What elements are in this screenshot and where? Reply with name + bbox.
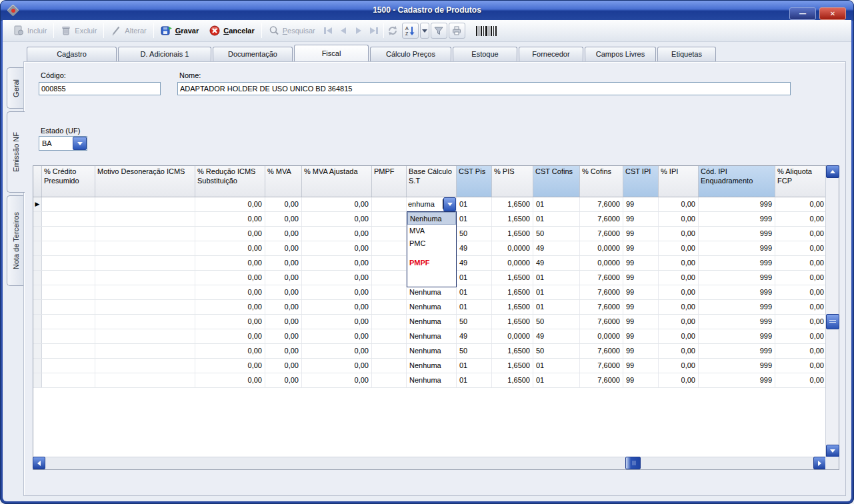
column-header-pmpf[interactable]: PMPF — [372, 166, 407, 197]
grid-cell-mva_ajustada[interactable]: 0,00 — [302, 227, 372, 241]
grid-cell-cod_ipi[interactable]: 999 — [699, 197, 775, 211]
grid-cell-mva[interactable]: 0,00 — [265, 373, 302, 387]
grid-cell-mva_ajustada[interactable]: 0,00 — [302, 315, 372, 329]
grid-cell-ipi[interactable]: 0,00 — [659, 271, 699, 285]
grid-cell-cofins[interactable]: 7,6000 — [580, 300, 623, 314]
grid-cell-pmpf[interactable] — [372, 359, 407, 373]
grid-cell-mva_ajustada[interactable]: 0,00 — [302, 197, 372, 211]
grid-cell-motivo[interactable] — [95, 344, 195, 358]
grid-cell-cst_cofins[interactable]: 01 — [533, 212, 580, 226]
grid-cell-mva[interactable]: 0,00 — [265, 300, 302, 314]
column-header-reducao[interactable]: % Redução ICMS Substituição — [195, 166, 265, 197]
grid-cell-base_calculo[interactable]: Nenhuma — [407, 300, 457, 314]
grid-cell-cst_ipi[interactable]: 99 — [623, 300, 659, 314]
grid-cell-pmpf[interactable] — [372, 315, 407, 329]
table-row[interactable]: 0,000,000,00Nenhuma011,6500017,6000990,0… — [33, 359, 825, 373]
scroll-left-button[interactable] — [33, 457, 45, 469]
grid-cell-pmpf[interactable] — [372, 300, 407, 314]
grid-cell-cst_ipi[interactable]: 99 — [623, 212, 659, 226]
grid-cell-pis[interactable]: 1,6500 — [492, 344, 533, 358]
grid-cell-cst_ipi[interactable]: 99 — [623, 285, 659, 299]
grid-cell-ipi[interactable]: 0,00 — [659, 256, 699, 270]
table-row[interactable]: 0,000,000,00Nenhuma490,0000490,0000990,0… — [33, 329, 825, 344]
grid-cell-base_calculo[interactable]: Nenhuma — [407, 373, 457, 387]
grid-cell-pmpf[interactable] — [372, 241, 407, 255]
sort-options-button[interactable] — [420, 23, 429, 39]
grid-cell-cst_pis[interactable]: 50 — [457, 227, 492, 241]
grid-cell-credito[interactable] — [42, 197, 95, 211]
grid-cell-mva[interactable]: 0,00 — [265, 315, 302, 329]
cancelar-button[interactable]: Cancelar — [204, 22, 259, 39]
dropdown-option[interactable]: PMC — [407, 237, 456, 250]
sort-button[interactable]: AZ — [402, 23, 419, 39]
grid-cell-cofins[interactable]: 7,6000 — [580, 227, 623, 241]
grid-cell-cofins[interactable]: 7,6000 — [580, 271, 623, 285]
tab-calculo-precos[interactable]: Cálculo Preços — [370, 47, 451, 61]
grid-cell-cst_ipi[interactable]: 99 — [623, 271, 659, 285]
table-row[interactable]: 0,000,000,00Nenhuma501,6500507,6000990,0… — [33, 315, 825, 329]
next-record-button[interactable] — [351, 23, 367, 39]
grid-cell-cst_pis[interactable]: 50 — [457, 315, 492, 329]
minimize-button[interactable]: — — [789, 7, 816, 20]
tab-fiscal[interactable]: Fiscal — [294, 45, 369, 62]
grid-cell-mva[interactable]: 0,00 — [265, 197, 302, 211]
nome-input[interactable]: ADAPTADOR HOLDER DE USO UNICO BD 364815 — [177, 82, 791, 95]
grid-cell-ipi[interactable]: 0,00 — [659, 227, 699, 241]
grid-cell-cst_ipi[interactable]: 99 — [623, 227, 659, 241]
grid-cell-reducao[interactable]: 0,00 — [195, 359, 265, 373]
grid-cell-mva_ajustada[interactable]: 0,00 — [302, 300, 372, 314]
grid-cell-credito[interactable] — [42, 344, 95, 358]
incluir-button[interactable]: Incluir — [8, 22, 52, 39]
grid-cell-fcp[interactable]: 0,00 — [775, 344, 825, 358]
grid-cell-cod_ipi[interactable]: 999 — [699, 329, 775, 343]
tab-estoque[interactable]: Estoque — [453, 47, 517, 61]
grid-cell-cst_cofins[interactable]: 49 — [533, 329, 580, 343]
current-row-marker[interactable]: ▶ — [33, 197, 42, 211]
grid-cell-cod_ipi[interactable]: 999 — [699, 344, 775, 358]
grid-cell-mva[interactable]: 0,00 — [265, 227, 302, 241]
grid-cell-cst_ipi[interactable]: 99 — [623, 344, 659, 358]
grid-cell-fcp[interactable]: 0,00 — [775, 329, 825, 343]
grid-cell-cst_pis[interactable]: 01 — [457, 197, 492, 211]
row-selector[interactable] — [33, 271, 42, 285]
grid-cell-ipi[interactable]: 0,00 — [659, 285, 699, 299]
grid-cell-cod_ipi[interactable]: 999 — [699, 227, 775, 241]
grid-cell-cod_ipi[interactable]: 999 — [699, 241, 775, 255]
grid-cell-cod_ipi[interactable]: 999 — [699, 256, 775, 270]
grid-cell-cst_cofins[interactable]: 49 — [533, 241, 580, 255]
grid-cell-pmpf[interactable] — [372, 373, 407, 387]
grid-cell-fcp[interactable]: 0,00 — [775, 373, 825, 387]
grid-cell-motivo[interactable] — [95, 197, 195, 211]
grid-cell-base_calculo[interactable]: Nenhuma — [407, 329, 457, 343]
grid-cell-pis[interactable]: 0,0000 — [492, 256, 533, 270]
grid-cell-reducao[interactable]: 0,00 — [195, 300, 265, 314]
grid-cell-fcp[interactable]: 0,00 — [775, 212, 825, 226]
vertical-scrollbar[interactable] — [825, 166, 839, 457]
grid-cell-motivo[interactable] — [95, 300, 195, 314]
grid-cell-cst_ipi[interactable]: 99 — [623, 241, 659, 255]
grid-cell-reducao[interactable]: 0,00 — [195, 285, 265, 299]
column-header-base_calculo[interactable]: Base Cálculo S.T — [407, 166, 457, 197]
grid-cell-pmpf[interactable] — [372, 285, 407, 299]
vertical-scrollbar-thumb[interactable] — [826, 314, 839, 329]
column-header-cod_ipi[interactable]: Cód. IPI Enquadramento — [699, 166, 775, 197]
grid-cell-credito[interactable] — [42, 241, 95, 255]
grid-cell-credito[interactable] — [42, 212, 95, 226]
grid-cell-fcp[interactable]: 0,00 — [775, 315, 825, 329]
tab-cadastro[interactable]: Cadastro — [27, 47, 117, 61]
grid-cell-pis[interactable]: 1,6500 — [492, 285, 533, 299]
grid-cell-reducao[interactable]: 0,00 — [195, 212, 265, 226]
grid-cell-base_calculo[interactable]: Nenhuma — [407, 359, 457, 373]
dropdown-option[interactable]: MVA — [407, 225, 456, 237]
base-calculo-edit-text[interactable]: enhuma — [407, 197, 443, 211]
grid-cell-mva_ajustada[interactable]: 0,00 — [302, 271, 372, 285]
grid-cell-motivo[interactable] — [95, 227, 195, 241]
filter-button[interactable] — [431, 23, 447, 39]
grid-cell-motivo[interactable] — [95, 271, 195, 285]
column-header-ipi[interactable]: % IPI — [659, 166, 699, 197]
grid-cell-motivo[interactable] — [95, 359, 195, 373]
table-row[interactable]: ▶0,000,000,00enhuma011,6500017,6000990,0… — [33, 197, 825, 212]
grid-cell-cst_pis[interactable]: 49 — [457, 241, 492, 255]
grid-cell-fcp[interactable]: 0,00 — [775, 359, 825, 373]
first-record-button[interactable] — [321, 23, 336, 39]
